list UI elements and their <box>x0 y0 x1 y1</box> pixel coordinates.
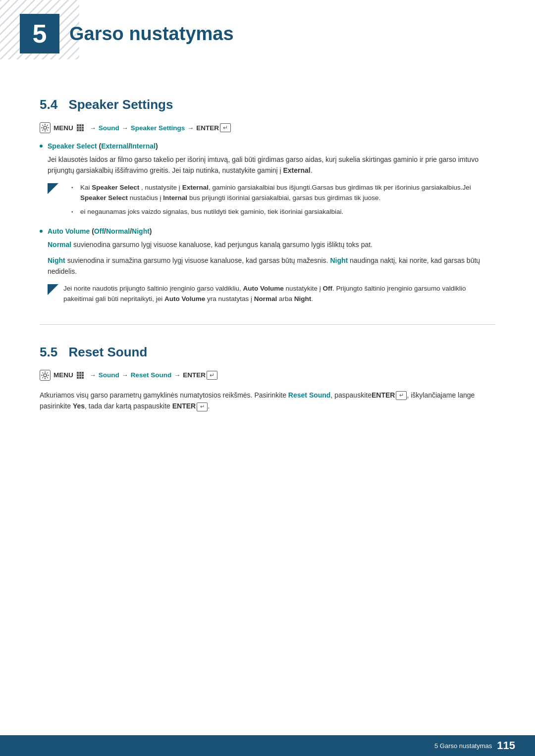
svg-rect-34 <box>82 374 84 376</box>
note-off-1: Off <box>323 285 333 292</box>
chapter-number: 5 <box>33 19 47 49</box>
enter-bold-5-5: ENTER <box>372 391 395 399</box>
section-5-4: 5.4 Speaker Settings <box>40 97 495 304</box>
speaker-external-label: External <box>101 142 128 150</box>
svg-line-26 <box>47 377 48 378</box>
chapter-header: 5 Garso nustatymas <box>0 0 535 62</box>
speaker-select-paren: ( <box>97 142 102 150</box>
menu-settings-icon <box>40 122 51 133</box>
reset-sound-body: Atkuriamos visų garso parametrų gamyklin… <box>40 390 495 412</box>
svg-rect-19 <box>82 129 84 131</box>
menu-sound-5-4: Sound <box>99 124 119 132</box>
note-box-2: Jei norite naudotis prijungto šaltinio į… <box>48 283 495 304</box>
svg-rect-30 <box>79 372 81 374</box>
menu-label-5-5: MENU <box>54 371 73 379</box>
svg-rect-29 <box>77 372 79 374</box>
section-5-5-number: 5.5 <box>40 345 57 359</box>
svg-rect-32 <box>77 374 79 376</box>
svg-rect-31 <box>82 372 84 374</box>
arrow-sep-1-5-5: → <box>90 371 96 379</box>
svg-line-28 <box>42 377 43 378</box>
svg-rect-35 <box>77 377 79 379</box>
svg-rect-18 <box>79 129 81 131</box>
menu-reset-sound: Reset Sound <box>131 371 172 379</box>
svg-rect-12 <box>79 124 81 126</box>
note-speaker-select-2: Speaker Select <box>80 194 128 202</box>
svg-rect-33 <box>79 374 81 376</box>
menu-enter-5-4: ENTER <box>196 124 219 132</box>
arrow-sep-3-5-4: → <box>187 124 194 132</box>
svg-rect-11 <box>77 124 79 126</box>
arrow-sep-2-5-4: → <box>122 124 128 132</box>
reset-sound-bold: Reset Sound <box>288 391 331 399</box>
auto-volume-night: Night <box>132 227 150 235</box>
arrow-sep-3-5-5: → <box>174 371 180 379</box>
footer-text: 5 Garso nustatymas <box>434 742 492 750</box>
section-5-4-header: 5.4 Speaker Settings <box>40 97 495 112</box>
note-internal-1: Internal <box>163 194 187 202</box>
note-content-1: Kai Speaker Select , nustatysite į Exter… <box>63 182 495 220</box>
auto-close-paren: ) <box>150 227 152 235</box>
note-box-1: Kai Speaker Select , nustatysite į Exter… <box>48 182 495 220</box>
bullet-auto-volume-header: Auto Volume ( Off / Normal / Night ) <box>40 227 495 235</box>
arrow-sep-1-5-4: → <box>90 124 96 132</box>
svg-rect-13 <box>82 124 84 126</box>
footer-page-number: 115 <box>497 739 515 752</box>
note-external-1: External <box>182 184 209 191</box>
speaker-internal-label: Internal <box>130 142 156 150</box>
note-content-2: Jei norite naudotis prijungto šaltinio į… <box>63 283 495 304</box>
enter-icon-inline2-5-5: ↵ <box>197 403 208 411</box>
auto-volume-off: Off <box>94 227 104 235</box>
svg-line-7 <box>42 125 43 126</box>
note-list-item-1: Kai Speaker Select , nustatysite į Exter… <box>71 182 495 203</box>
svg-rect-17 <box>77 129 79 131</box>
bullet-dot-2 <box>40 230 43 233</box>
menu-enter-5-5: ENTER <box>183 371 206 379</box>
menu-grid-icon-5-4 <box>75 123 85 133</box>
bullet-speaker-select-header: Speaker Select ( External / Internal ) <box>40 142 495 150</box>
bullet-speaker-select: Speaker Select ( External / Internal ) J… <box>40 142 495 220</box>
svg-point-20 <box>44 374 47 377</box>
note-normal-1: Normal <box>254 295 277 302</box>
menu-grid-icon-5-5 <box>75 370 85 380</box>
svg-line-10 <box>42 130 43 131</box>
page-container: 5 Garso nustatymas 5.4 Speaker Settings <box>0 0 535 756</box>
night-bold-2: Night <box>330 256 348 264</box>
menu-path-5-4: MENU → Sound → <box>40 122 495 133</box>
menu-settings-icon-5-5 <box>40 370 51 381</box>
note-speaker-select-1: Speaker Select <box>92 184 139 191</box>
bullet-auto-volume: Auto Volume ( Off / Normal / Night ) Nor… <box>40 227 495 304</box>
enter-icon-5-4: ↵ <box>220 123 231 132</box>
note-triangle-1 <box>48 183 58 194</box>
section-5-5: 5.5 Reset Sound <box>40 345 495 412</box>
auto-volume-paren: ( <box>90 227 94 235</box>
svg-line-27 <box>47 372 48 373</box>
bullet-dot-1 <box>40 145 43 148</box>
content-area: 5.4 Speaker Settings <box>0 67 535 471</box>
note-triangle-2 <box>48 284 58 295</box>
arrow-sep-2-5-5: → <box>122 371 128 379</box>
note-auto-volume-1: Auto Volume <box>243 285 283 292</box>
enter-icon-inline-5-5: ↵ <box>396 391 407 400</box>
section-5-5-title: Reset Sound <box>68 345 147 359</box>
external-bold-1: External <box>283 166 310 174</box>
enter-bold2-5-5: ENTER <box>172 402 196 410</box>
menu-path-5-5: MENU → Sound → <box>40 370 495 381</box>
svg-rect-14 <box>77 127 79 129</box>
svg-line-8 <box>47 130 48 131</box>
menu-label-5-4: MENU <box>54 124 73 132</box>
chapter-number-box: 5 <box>20 14 59 53</box>
yes-bold: Yes <box>73 402 85 410</box>
svg-rect-36 <box>79 377 81 379</box>
auto-volume-label: Auto Volume <box>48 227 90 235</box>
speaker-close-paren: ) <box>156 142 158 150</box>
chapter-content-row: 5 Garso nustatymas <box>20 14 505 53</box>
night-para: Night suvienodina ir sumažina garsumo ly… <box>48 255 495 277</box>
svg-rect-16 <box>82 127 84 129</box>
note-list-item-2: ei negaunamas joks vaizdo signalas, bus … <box>71 206 495 217</box>
note-list-1: Kai Speaker Select , nustatysite į Exter… <box>71 182 495 217</box>
bullet-speaker-select-body: Jei klausotės laidos ar filmo garso take… <box>48 154 495 176</box>
normal-para: Normal suvienodina garsumo lygį visuose … <box>48 239 495 250</box>
svg-rect-15 <box>79 127 81 129</box>
svg-line-25 <box>42 372 43 373</box>
